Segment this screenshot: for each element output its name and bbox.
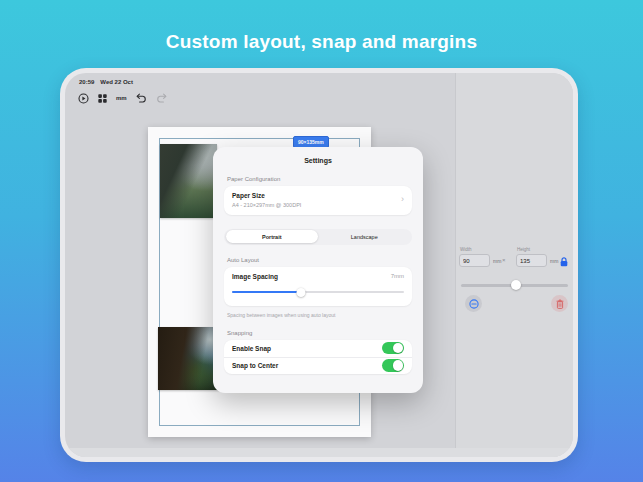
aspect-lock-icon[interactable] — [560, 253, 568, 271]
photo-item-top[interactable] — [160, 144, 217, 218]
status-bar-left: 20:59 Wed 22 Oct — [79, 79, 133, 85]
units-toggle-button[interactable]: mm — [116, 95, 127, 101]
segment-landscape[interactable]: Landscape — [318, 230, 411, 243]
snapping-card: Enable Snap Snap to Center — [224, 340, 412, 374]
toggle-knob — [393, 360, 404, 371]
paper-configuration-label: Paper Configuration — [227, 176, 409, 182]
settings-modal: Settings Paper Configuration Paper Size … — [213, 147, 423, 393]
delete-button[interactable] — [551, 295, 568, 312]
image-spacing-slider[interactable] — [232, 288, 404, 297]
toggle-knob — [393, 343, 404, 354]
orientation-segmented-control: Portrait Landscape — [224, 229, 412, 245]
width-label: Width — [460, 247, 501, 252]
settings-title: Settings — [213, 157, 423, 164]
bottom-strip — [65, 448, 573, 457]
image-spacing-caption: Spacing between images when using auto l… — [227, 312, 409, 318]
height-unit: mm — [550, 258, 558, 264]
selection-size-badge: 90×135mm — [293, 136, 329, 148]
image-spacing-card: Image Spacing 7mm — [224, 267, 412, 306]
undo-icon[interactable] — [136, 93, 147, 103]
app-screen: 20:59 Wed 22 Oct 100% mm — [65, 73, 573, 457]
size-slider-thumb[interactable] — [511, 280, 521, 290]
inspector-panel: Width mm × Height mm — [455, 73, 573, 457]
page-title: Custom layout, snap and margins — [0, 31, 643, 53]
snap-to-center-toggle[interactable] — [382, 359, 404, 372]
status-date: Wed 22 Oct — [100, 79, 133, 85]
paper-size-row[interactable]: Paper Size A4 - 210×297mm @ 300DPI › — [224, 186, 412, 215]
height-label: Height — [517, 247, 558, 252]
paper-size-subtitle: A4 - 210×297mm @ 300DPI — [232, 202, 404, 208]
image-spacing-label: Image Spacing — [232, 273, 278, 280]
size-slider[interactable] — [461, 280, 568, 290]
device-frame: 20:59 Wed 22 Oct 100% mm — [60, 68, 578, 462]
image-spacing-value: 7mm — [391, 273, 404, 279]
enable-snap-row: Enable Snap — [224, 340, 412, 357]
redo-icon[interactable] — [156, 93, 167, 103]
paper-size-title: Paper Size — [232, 192, 404, 199]
multiply-sign: × — [502, 257, 506, 263]
auto-layout-label: Auto Layout — [227, 257, 409, 263]
chevron-right-icon: › — [401, 194, 404, 204]
width-unit: mm — [493, 258, 501, 264]
remove-photo-button[interactable] — [465, 295, 482, 312]
snap-to-center-label: Snap to Center — [232, 362, 278, 369]
status-time: 20:59 — [79, 79, 94, 85]
image-spacing-fill — [232, 291, 301, 294]
width-input[interactable] — [459, 254, 490, 267]
preview-play-button[interactable] — [78, 93, 89, 104]
enable-snap-toggle[interactable] — [382, 342, 404, 355]
snap-to-center-row: Snap to Center — [224, 357, 412, 374]
image-spacing-thumb[interactable] — [296, 288, 305, 297]
enable-snap-label: Enable Snap — [232, 345, 271, 352]
height-field-group: Height mm — [516, 247, 558, 267]
segment-portrait[interactable]: Portrait — [226, 230, 319, 243]
width-field-group: Width mm — [459, 247, 501, 267]
toolbar-left: mm — [78, 92, 167, 104]
grid-layout-button[interactable] — [98, 94, 107, 103]
height-input[interactable] — [516, 254, 547, 267]
snapping-label: Snapping — [227, 330, 409, 336]
